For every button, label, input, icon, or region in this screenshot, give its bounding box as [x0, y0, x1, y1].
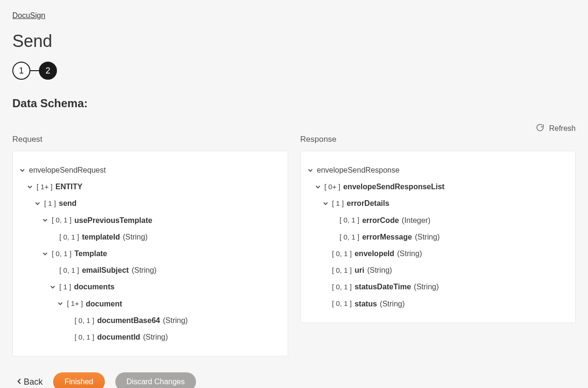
step-2[interactable]: 2: [39, 62, 57, 80]
cardinality: [ 1+ ]: [67, 297, 83, 310]
tree-node-usePreviousTemplate[interactable]: [ 0, 1 ] usePreviousTemplate: [41, 212, 282, 229]
tree-leaf-spacer: [64, 333, 72, 341]
back-button[interactable]: Back: [17, 377, 43, 387]
tree-node-label: documentId: [97, 331, 140, 343]
tree-node-label: Template: [75, 247, 107, 260]
tree-node-label: ENTITY: [56, 180, 83, 193]
tree-node-errorDetails[interactable]: [ 1 ] errorDetails: [322, 195, 570, 212]
tree-leaf-spacer: [322, 250, 329, 258]
chevron-down-icon[interactable]: [34, 200, 41, 207]
tree-node-label: errorDetails: [347, 197, 390, 210]
tree-node-type: (String): [143, 331, 168, 343]
tree-node-label: document: [86, 297, 122, 310]
cardinality: [ 1+ ]: [37, 181, 53, 193]
tree-node-send[interactable]: [ 1 ] send: [34, 195, 282, 212]
tree-node-label: usePreviousTemplate: [75, 214, 152, 227]
tree-node-type: (Integer): [402, 214, 430, 227]
section-title-data-schema: Data Schema:: [12, 97, 576, 110]
cardinality: [ 0, 1 ]: [332, 264, 352, 277]
response-panel: envelopeSendResponse [ 0+ ] envelopeSend…: [300, 151, 576, 323]
tree-node-documents[interactable]: [ 1 ] documents: [49, 278, 282, 295]
cardinality: [ 1 ]: [332, 197, 344, 210]
tree-node-label: documentBase64: [97, 314, 160, 327]
tree-node-type: (String): [414, 280, 439, 293]
tree-node-label: envelopeSendResponseList: [343, 180, 444, 193]
back-label: Back: [24, 377, 43, 387]
chevron-down-icon[interactable]: [19, 166, 26, 174]
tree-node-envelopeSendResponseList[interactable]: [ 0+ ] envelopeSendResponseList: [314, 178, 570, 195]
chevron-down-icon[interactable]: [307, 166, 314, 174]
tree-leaf-spacer: [49, 267, 56, 274]
tree-node-entity[interactable]: [ 1+ ] ENTITY: [26, 178, 282, 195]
breadcrumb-docusign[interactable]: DocuSign: [12, 11, 45, 19]
tree-node-type: (String): [163, 314, 187, 327]
tree-node-errorCode[interactable]: [ 0, 1 ] errorCode (Integer): [329, 212, 570, 229]
cardinality: [ 0, 1 ]: [332, 281, 352, 293]
tree-node-templateId[interactable]: [ 0, 1 ] templateId (String): [49, 229, 282, 245]
tree-node-type: (String): [380, 297, 404, 310]
cardinality: [ 0, 1 ]: [340, 214, 360, 226]
chevron-down-icon[interactable]: [26, 183, 34, 191]
tree-leaf-spacer: [329, 233, 337, 240]
tree-node-errorMessage[interactable]: [ 0, 1 ] errorMessage (String): [329, 229, 570, 245]
tree-node-label: status: [355, 297, 377, 310]
discard-changes-button[interactable]: Discard Changes: [115, 372, 196, 388]
tree-node-template[interactable]: [ 0, 1 ] Template: [41, 245, 282, 262]
chevron-down-icon[interactable]: [314, 183, 322, 191]
tree-leaf-spacer: [49, 233, 56, 240]
cardinality: [ 0, 1 ]: [52, 248, 72, 260]
tree-node-label: emailSubject: [82, 264, 129, 277]
tree-node-statusDateTime[interactable]: [ 0, 1 ] statusDateTime (String): [322, 278, 570, 295]
cardinality: [ 0, 1 ]: [332, 248, 352, 260]
cardinality: [ 1 ]: [44, 197, 56, 210]
tree-node-label: envelopeSendRequest: [29, 164, 106, 176]
tree-leaf-spacer: [329, 216, 337, 224]
tree-node-envelopeSendResponse[interactable]: envelopeSendResponse: [307, 162, 570, 178]
tree-node-type: (String): [415, 231, 439, 243]
tree-node-type: (String): [131, 264, 156, 277]
tree-node-envelopeId[interactable]: [ 0, 1 ] envelopeId (String): [322, 245, 570, 262]
refresh-label: Refresh: [549, 124, 576, 133]
cardinality: [ 0, 1 ]: [52, 214, 72, 226]
finished-button[interactable]: Finished: [53, 372, 104, 388]
tree-leaf-spacer: [322, 267, 329, 274]
tree-node-label: errorMessage: [362, 231, 412, 243]
request-panel: envelopeSendRequest [ 1+ ] ENTITY: [12, 151, 288, 356]
tree-node-label: envelopeId: [355, 247, 394, 260]
request-column: Request envelopeSendRequest: [12, 135, 288, 356]
chevron-left-icon: [17, 377, 22, 387]
tree-node-document[interactable]: [ 1+ ] document: [56, 296, 282, 312]
cardinality: [ 0, 1 ]: [75, 314, 94, 327]
cardinality: [ 0, 1 ]: [59, 231, 79, 243]
refresh-icon: [536, 123, 544, 134]
stepper: 1 2: [12, 62, 576, 80]
step-1[interactable]: 1: [12, 62, 30, 80]
tree-node-uri[interactable]: [ 0, 1 ] uri (String): [322, 262, 570, 278]
tree-node-label: errorCode: [362, 214, 399, 227]
cardinality: [ 0, 1 ]: [340, 231, 360, 243]
cardinality: [ 1 ]: [59, 281, 71, 293]
tree-node-label: statusDateTime: [355, 280, 411, 293]
tree-node-envelopeSendRequest[interactable]: envelopeSendRequest: [19, 162, 282, 178]
tree-node-emailSubject[interactable]: [ 0, 1 ] emailSubject (String): [49, 262, 282, 278]
tree-node-label: send: [59, 197, 76, 210]
response-column-title: Response: [300, 135, 576, 144]
tree-node-label: documents: [74, 280, 114, 293]
tree-leaf-spacer: [64, 316, 72, 324]
chevron-down-icon[interactable]: [41, 216, 49, 224]
tree-node-type: (String): [397, 247, 422, 260]
chevron-down-icon[interactable]: [322, 200, 329, 207]
tree-leaf-spacer: [322, 283, 329, 291]
cardinality: [ 0, 1 ]: [59, 264, 79, 277]
refresh-button[interactable]: Refresh: [536, 123, 576, 134]
tree-node-documentBase64[interactable]: [ 0, 1 ] documentBase64 (String): [64, 312, 282, 329]
tree-node-label: uri: [355, 264, 364, 277]
tree-node-label: templateId: [82, 231, 120, 243]
chevron-down-icon[interactable]: [56, 300, 64, 307]
chevron-down-icon[interactable]: [49, 283, 56, 291]
tree-node-type: (String): [367, 264, 392, 277]
tree-node-status[interactable]: [ 0, 1 ] status (String): [322, 296, 570, 312]
tree-node-documentId[interactable]: [ 0, 1 ] documentId (String): [64, 329, 282, 345]
chevron-down-icon[interactable]: [41, 250, 49, 258]
cardinality: [ 0, 1 ]: [75, 331, 94, 343]
